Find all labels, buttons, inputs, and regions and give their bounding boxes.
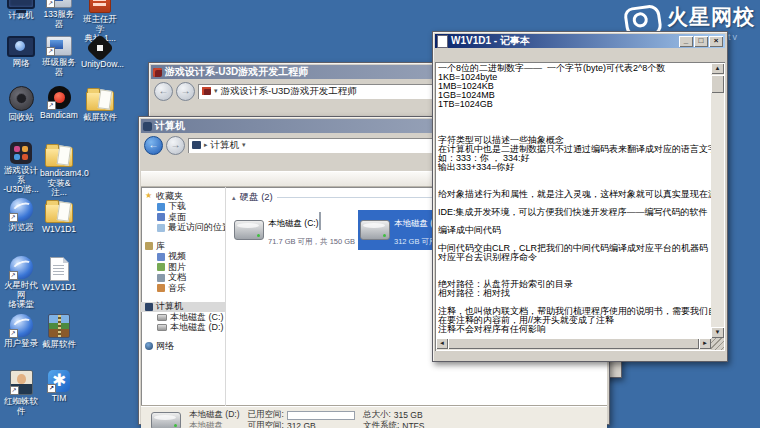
hard-disk-icon [234, 220, 264, 240]
ime-icon[interactable] [670, 412, 682, 425]
desktop-icon-bandicam-setup[interactable]: bandicam4.0 安装&注... [40, 142, 78, 198]
desktop-icon-label: 133服务器 [40, 10, 78, 29]
text-file-icon [50, 257, 69, 281]
desktop-icon-tim[interactable]: TIM [40, 370, 78, 404]
tree-item-music[interactable]: 音乐 [141, 283, 225, 294]
breadcrumb: 计算机 [211, 139, 240, 152]
desktop-icon-screenshot-folder[interactable]: 截屏软件 [81, 86, 119, 123]
close-button[interactable]: × [709, 36, 723, 47]
tree-item-icon [145, 233, 153, 241]
desktop-icon-hxsd-classroom[interactable]: 火星时代网 络课堂 [2, 256, 40, 310]
scroll-up-icon[interactable]: ▲ [711, 63, 724, 74]
desktop-icon-computer[interactable]: 计算机 [2, 0, 40, 21]
forward-button[interactable]: → [176, 82, 195, 101]
tree-item-network[interactable]: 网络 [141, 341, 225, 352]
desktop-icon-label: Bandicam [40, 111, 78, 121]
tree-item-label: 网络 [156, 340, 174, 353]
desktop-icon-recycle-bin[interactable]: 回收站 [2, 86, 40, 123]
desktop-icon-bandicam[interactable]: Bandicam [40, 86, 78, 121]
desktop-icon-browser[interactable]: 浏览器 [2, 198, 40, 233]
ime-icon[interactable] [685, 412, 697, 425]
forward-button[interactable]: → [166, 136, 185, 155]
scroll-left-icon[interactable]: ◄ [436, 338, 448, 349]
scroll-right-icon[interactable]: ► [699, 338, 711, 349]
desktop-icon-class-server[interactable]: 班级服务器 [40, 36, 78, 77]
tree-item-icon [157, 213, 165, 221]
horizontal-scroll-thumb[interactable] [448, 338, 699, 349]
notepad-text[interactable]: 一个8位的二进制数字—— 一个字节(byte)可代表2^8个数 1KB=1024… [436, 63, 711, 338]
desktop-icon-w1v1d1-folder[interactable]: W1V1D1 [40, 198, 78, 235]
horizontal-scrollbar[interactable]: ◄ ► [436, 338, 711, 350]
ime-icon[interactable] [640, 412, 652, 425]
used-space-bar [287, 411, 355, 420]
free-space-value: 312 GB [287, 421, 316, 428]
vertical-scrollbar[interactable]: ▲ ▼ [711, 63, 724, 338]
tree-item-recent-places[interactable]: 最近访问的位置 [141, 223, 225, 234]
desktop-icon-label: 截屏软件 [81, 113, 119, 123]
desktop-icon-133-server[interactable]: 133服务器 [40, 0, 78, 29]
bandicam-icon [48, 86, 71, 109]
collapse-arrow-icon[interactable]: ▴ [232, 194, 236, 202]
tree-item-icon [157, 203, 165, 211]
vertical-scroll-thumb[interactable] [711, 75, 724, 93]
maximize-button[interactable]: □ [694, 36, 708, 47]
drive-c-tile[interactable]: 本地磁盘 (C:) 71.7 GB 可用，共 150 GB [232, 210, 358, 250]
computer-icon [7, 0, 35, 9]
computer-icon [192, 141, 201, 149]
desktop-icon-label: 用户登录 [2, 339, 40, 349]
drive-name: 本地磁盘 (C:) [268, 218, 319, 228]
desktop-icon-w1v1d1-file[interactable]: W1V1D1 [40, 256, 78, 293]
minimize-button[interactable]: _ [679, 36, 693, 47]
status-drive-type: 本地磁盘 [189, 420, 240, 428]
status-bar: 本地磁盘 (D:) 本地磁盘 已用空间: 可用空间: 312 GB 总大小: 3… [141, 406, 607, 428]
scroll-down-icon[interactable]: ▼ [711, 327, 724, 338]
desktop-icon-screenshot-zip[interactable]: 截屏软件 [40, 314, 78, 350]
recycle-bin-icon [9, 86, 34, 111]
breadcrumb-icon [202, 87, 211, 95]
tree-item-label: 最近访问的位置 [168, 221, 226, 234]
tree-item-icon [145, 303, 153, 311]
tree-item-label: 本地磁盘 (D:) [170, 321, 224, 334]
resize-grip[interactable] [711, 338, 724, 350]
folder-icon [45, 147, 73, 167]
notepad-window: W1V1D1 - 记事本 _ □ × 一个8位的二进制数字—— 一个字节(byt… [432, 31, 728, 362]
notepad-editor: 一个8位的二进制数字—— 一个字节(byte)可代表2^8个数 1KB=1024… [435, 62, 725, 351]
folder-window-icon [153, 68, 162, 77]
desktop-icon-grid: 计算机 133服务器 班主任开学 典礼-1... 网络 班级服务器 UnityD… [2, 0, 127, 428]
tree-item-icon [157, 224, 165, 232]
logo-title: 火星网校 [667, 3, 755, 31]
zip-file-icon [48, 314, 70, 338]
avatar-icon [10, 370, 33, 395]
browser-globe-icon [10, 198, 33, 221]
back-button[interactable]: ← [154, 82, 173, 101]
desktop-icon-label: 浏览器 [2, 223, 40, 233]
notepad-titlebar[interactable]: W1V1D1 - 记事本 _ □ × [435, 34, 725, 48]
ime-icon[interactable] [700, 412, 712, 425]
ime-icon[interactable] [730, 412, 742, 425]
desktop-icon-label: TIM [40, 394, 78, 404]
desktop-icon-game-design[interactable]: 游戏设计系 -U3D游... [2, 142, 40, 195]
desktop: 火星网校 www.hxsd.tv 计算机 133服务器 班主任开学 典礼-1..… [0, 0, 760, 428]
ime-icon[interactable] [745, 412, 757, 425]
desktop-icon-red-spider[interactable]: 红蜘蛛软件 [2, 370, 40, 416]
drive-capacity: 71.7 GB 可用，共 150 GB [268, 237, 355, 246]
desktop-icon-user-login[interactable]: 用户登录 [2, 314, 40, 349]
ime-icon[interactable] [655, 412, 667, 425]
tree-item-icon [157, 274, 165, 282]
tree-item-icon [145, 192, 153, 200]
desktop-icon-label: 回收站 [2, 113, 40, 123]
desktop-icon-label: 班级服务器 [40, 58, 78, 77]
ppt-file-icon [89, 0, 111, 13]
breadcrumb: 游戏设计系-U3D游戏开发工程师 [221, 85, 357, 98]
tree-item-disk-d[interactable]: 本地磁盘 (D:) [141, 323, 225, 334]
server-icon [46, 0, 72, 8]
chevron-down-icon[interactable]: ▾ [242, 141, 246, 149]
tree-item-icon [157, 284, 165, 292]
group-header-label: 硬盘 (2) [240, 191, 273, 204]
desktop-icon-unity-download[interactable]: UnityDow... [81, 36, 119, 70]
tree-item-label: 音乐 [168, 282, 186, 295]
computer-window-icon [143, 122, 152, 131]
desktop-icon-network[interactable]: 网络 [2, 36, 40, 69]
back-button[interactable]: ← [144, 136, 163, 155]
ime-icon[interactable] [715, 412, 727, 425]
